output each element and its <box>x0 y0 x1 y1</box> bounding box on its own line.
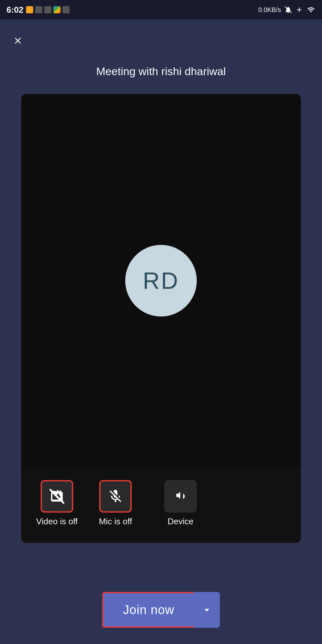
mic-label: Mic is off <box>99 517 132 527</box>
avatar-initials: RD <box>143 267 179 294</box>
video-area: RD <box>21 94 301 467</box>
add-icon <box>295 6 303 14</box>
controls-bar: Video is off Mic is off Device <box>21 467 301 543</box>
device-button[interactable]: Device <box>154 480 207 527</box>
join-dropdown-button[interactable] <box>194 592 220 628</box>
app-icon-2 <box>35 6 42 13</box>
speaker-icon <box>173 489 188 504</box>
video-toggle-button[interactable]: Video is off <box>31 480 83 527</box>
video-preview: RD Video is off <box>21 94 301 543</box>
close-button[interactable] <box>10 33 26 49</box>
status-bar: 6:02 0.0KB/s <box>0 0 322 20</box>
bottom-area: Join now <box>0 579 322 644</box>
join-now-button[interactable]: Join now <box>102 592 194 628</box>
mic-toggle-button[interactable]: Mic is off <box>89 480 141 527</box>
device-label: Device <box>168 517 193 527</box>
app-icon-1 <box>26 6 33 13</box>
status-bar-right: 0.0KB/s <box>258 6 315 14</box>
maps-icon <box>53 6 60 13</box>
device-icon-wrap <box>164 480 197 513</box>
status-bar-left: 6:02 <box>7 5 70 15</box>
chevron-down-icon <box>201 604 213 616</box>
meeting-title: Meeting with rishi dhariwal <box>96 65 226 78</box>
close-icon <box>13 35 23 46</box>
status-icons <box>26 6 70 13</box>
mic-icon-wrap <box>99 480 132 513</box>
network-speed: 0.0KB/s <box>258 6 281 14</box>
video-off-icon <box>49 489 65 504</box>
video-label: Video is off <box>36 517 78 527</box>
avatar: RD <box>125 245 197 316</box>
app-icon-3 <box>44 6 51 13</box>
wifi-icon <box>306 6 315 14</box>
mic-off-icon <box>108 489 123 504</box>
app-icon-5 <box>62 6 70 13</box>
main-content: Meeting with rishi dhariwal RD Video is … <box>0 20 322 579</box>
status-time: 6:02 <box>7 5 23 15</box>
video-icon-wrap <box>41 480 73 513</box>
notification-icon <box>284 6 292 14</box>
